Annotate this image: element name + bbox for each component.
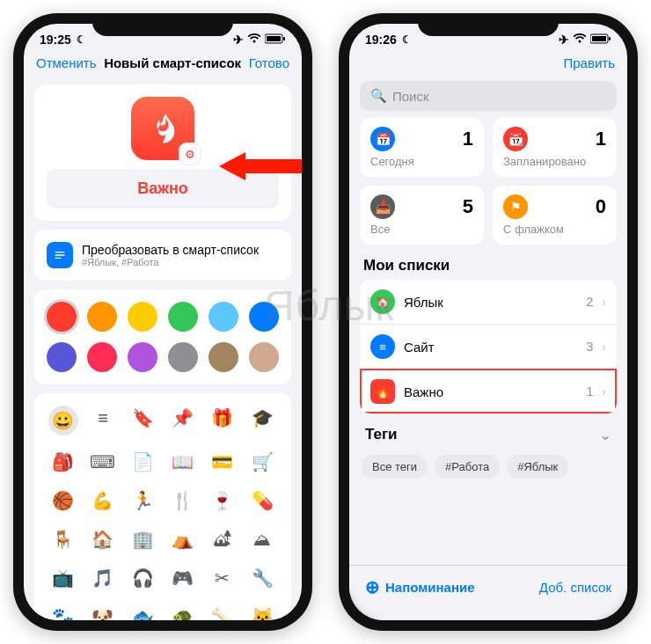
search-placeholder: Поиск <box>392 89 429 104</box>
list-row[interactable]: 🔥 Важно 1 › <box>360 369 617 413</box>
icon-option[interactable]: ⛺ <box>166 527 199 552</box>
icon-option[interactable]: 🎓 <box>246 406 279 430</box>
chevron-right-icon: › <box>602 384 606 399</box>
icon-option[interactable]: 🎁 <box>206 406 238 430</box>
tag-chip[interactable]: #Работа <box>435 455 500 479</box>
search-input[interactable]: 🔍 Поиск <box>360 81 617 111</box>
icon-option[interactable]: 🐱 <box>246 604 279 620</box>
icon-option[interactable]: ⛰ <box>246 527 279 552</box>
color-swatch[interactable] <box>168 302 198 332</box>
icon-option[interactable]: 🎒 <box>47 450 79 474</box>
stat-label: Сегодня <box>370 155 473 168</box>
tag-chip[interactable]: #Яблык <box>507 455 568 479</box>
stat-icon: 📆 <box>503 127 528 151</box>
convert-smart-list-row[interactable]: Преобразовать в смарт-список #Яблык, #Ра… <box>34 230 291 281</box>
icon-option[interactable]: 🐟 <box>127 604 159 620</box>
list-row[interactable]: ≡ Сайт 3 › <box>360 324 617 369</box>
phone-left: 19:25 ☾ ✈ Отменить Новый смарт-список Го… <box>13 13 312 631</box>
icon-option[interactable]: 📌 <box>166 406 199 430</box>
convert-tags: #Яблык, #Работа <box>82 257 259 267</box>
stat-card[interactable]: 📥 5 Все <box>360 186 484 245</box>
color-swatch[interactable] <box>128 342 157 372</box>
color-swatch[interactable] <box>128 302 157 332</box>
icon-option[interactable]: ✂ <box>206 566 238 590</box>
color-swatch[interactable] <box>47 302 77 332</box>
list-icon: 🔥 <box>370 379 395 404</box>
color-swatch[interactable] <box>208 302 238 332</box>
gear-badge-icon[interactable]: ⚙ <box>180 144 200 164</box>
chevron-right-icon: › <box>602 340 606 354</box>
chevron-down-icon[interactable]: ⌄ <box>599 426 611 444</box>
icon-option[interactable]: 💪 <box>86 488 119 513</box>
icon-option[interactable]: 💳 <box>206 450 238 474</box>
icon-option[interactable]: 🛒 <box>246 450 279 474</box>
list-count: 2 <box>587 295 594 309</box>
icon-option[interactable]: 📺 <box>47 566 79 590</box>
tags-title: Теги <box>365 426 398 444</box>
icon-option[interactable]: 🔖 <box>127 406 159 430</box>
flame-icon <box>145 111 180 146</box>
icon-picker-card: 😀≡🔖📌🎁🎓🎒⌨📄📖💳🛒🏀💪🏃🍴🍷💊🪑🏠🏢⛺🏕⛰📺🎵🎧🎮✂🔧🐾🐶🐟🐢🦴🐱 <box>34 393 291 620</box>
list-icon: 🏠 <box>370 289 395 314</box>
phone-right: 19:26 ☾ ✈ Править 🔍 Поиск <box>339 13 638 631</box>
new-reminder-button[interactable]: ⊕ Напоминание <box>365 576 475 597</box>
list-name: Сайт <box>404 340 578 355</box>
icon-option[interactable]: 📖 <box>166 450 199 474</box>
add-list-button[interactable]: Доб. список <box>539 580 611 595</box>
color-swatch[interactable] <box>249 342 279 372</box>
icon-option[interactable]: 🎵 <box>86 566 119 590</box>
color-swatch[interactable] <box>208 342 238 372</box>
color-swatch[interactable] <box>47 342 77 372</box>
icon-option[interactable]: 😀 <box>48 406 78 435</box>
list-icon-preview[interactable]: ⚙ <box>131 97 194 160</box>
icon-option[interactable]: 🐶 <box>86 604 119 620</box>
edit-button[interactable]: Править <box>564 55 616 70</box>
icon-option[interactable]: 🪑 <box>47 527 79 552</box>
color-swatch[interactable] <box>87 342 117 372</box>
stat-icon: 📅 <box>370 127 395 151</box>
annotation-arrow <box>219 149 302 184</box>
color-picker-card <box>34 289 291 384</box>
list-row[interactable]: 🏠 Яблык 2 › <box>360 280 617 324</box>
icon-option[interactable]: 🍴 <box>166 488 199 513</box>
icon-option[interactable]: ⌨ <box>86 450 119 474</box>
icon-option[interactable]: 🦴 <box>206 604 238 620</box>
stat-label: С флажком <box>503 223 606 236</box>
wifi-icon <box>247 33 261 47</box>
icon-option[interactable]: 🎮 <box>166 566 199 590</box>
icon-option[interactable]: 🐾 <box>47 604 79 620</box>
svg-rect-6 <box>609 37 611 40</box>
icon-option[interactable]: 🏕 <box>206 527 238 552</box>
icon-option[interactable]: 🔧 <box>246 566 279 590</box>
stat-count: 5 <box>463 195 473 218</box>
icon-option[interactable]: 📄 <box>127 450 159 474</box>
dnd-moon-icon: ☾ <box>77 33 86 46</box>
icon-option[interactable]: 🍷 <box>206 488 238 513</box>
tag-chip[interactable]: Все теги <box>362 455 428 479</box>
search-icon: 🔍 <box>370 88 387 104</box>
color-swatch[interactable] <box>87 302 117 332</box>
stat-count: 1 <box>596 128 606 150</box>
airplane-icon: ✈ <box>233 33 244 47</box>
cancel-button[interactable]: Отменить <box>36 55 97 70</box>
icon-option[interactable]: 🏀 <box>47 488 79 513</box>
stat-card[interactable]: ⚑ 0 С флажком <box>493 186 617 245</box>
stat-card[interactable]: 📅 1 Сегодня <box>360 118 484 177</box>
convert-icon <box>47 242 73 268</box>
stat-card[interactable]: 📆 1 Запланировано <box>493 118 617 177</box>
dnd-moon-icon: ☾ <box>402 33 412 46</box>
icon-option[interactable]: ≡ <box>86 406 119 430</box>
color-swatch[interactable] <box>249 302 279 332</box>
icon-option[interactable]: 🏢 <box>127 527 159 552</box>
color-swatch[interactable] <box>168 342 198 372</box>
list-name: Важно <box>404 384 578 399</box>
icon-option[interactable]: 🎧 <box>127 566 159 590</box>
stat-icon: 📥 <box>370 194 395 219</box>
nav-bar: Править <box>349 48 627 77</box>
icon-option[interactable]: 💊 <box>246 488 279 513</box>
icon-option[interactable]: 🐢 <box>166 604 199 620</box>
icon-option[interactable]: 🏠 <box>86 527 119 552</box>
icon-option[interactable]: 🏃 <box>127 488 159 513</box>
done-button[interactable]: Готово <box>249 55 289 70</box>
convert-title: Преобразовать в смарт-список <box>82 243 259 257</box>
